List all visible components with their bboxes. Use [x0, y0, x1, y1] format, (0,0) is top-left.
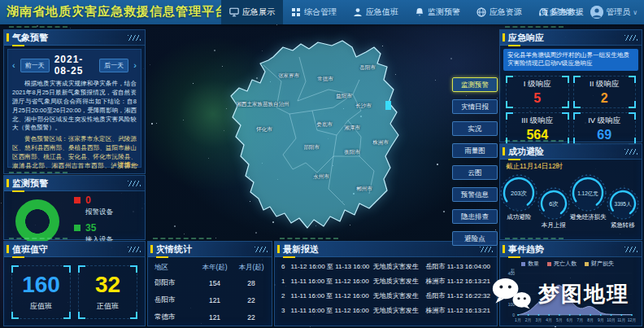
disaster-stats-panel: 灾情统计 地区本年(起)本月(起)邵阳市15428岳阳市12122常德市1212… — [147, 241, 272, 326]
report-source: 岳阳市 11-12 16:22:32 — [426, 291, 490, 300]
city-label: 岳阳市 — [359, 64, 376, 72]
main-nav: 应急展示综合管理应急值班监测预警应急资源应急救援 — [221, 0, 592, 24]
more-functions-menu[interactable]: 更多功能 ∨ — [541, 7, 581, 18]
province-map[interactable]: 张家界市常德市岳阳市湘西土家族苗族自治州益阳市长沙市怀化市娄底市湘潭市株洲市邵阳… — [185, 33, 454, 236]
legend-value: 35 — [85, 222, 96, 234]
table-cell: 121 — [192, 296, 237, 304]
legend-row: 35 — [74, 222, 113, 234]
map-layer-button[interactable]: 云图 — [452, 165, 498, 180]
prev-arrow-icon[interactable]: ‹ — [12, 61, 15, 70]
prev-day-button[interactable]: 前一天 — [20, 59, 50, 72]
report-content: 无地质灾害发生 — [373, 291, 426, 300]
report-period: 11-11 16:00 至 11-12 16:00 — [291, 291, 373, 300]
next-arrow-icon[interactable]: › — [133, 61, 137, 70]
report-index: 2 — [281, 292, 291, 300]
nav-tab-label: 综合管理 — [304, 7, 337, 18]
legend-swatch — [74, 197, 80, 203]
header-right: 更多功能 ∨ 管理员 ∨ — [541, 0, 637, 24]
svg-text:7月: 7月 — [577, 317, 583, 323]
panel-title: 事件趋势 — [500, 242, 642, 257]
response-stats: I 级响应5II 级响应2III 级响应564IV 级响应69 — [500, 74, 642, 147]
city-label: 长沙市 — [355, 103, 372, 110]
more-functions-label: 更多功能 — [541, 7, 573, 18]
weather-detail-link[interactable]: 详情>> — [118, 160, 138, 169]
response-stat-value: 5 — [533, 91, 541, 106]
svg-text:1.12亿元: 1.12亿元 — [577, 190, 598, 196]
emergency-response-panel: 应急响应 安化县羊角塘镇周沙坪村的山界一组发生地质灾害险情现已启动IV级应急响应… — [499, 29, 642, 142]
corner-decoration — [629, 76, 636, 83]
svg-text:1月: 1月 — [515, 317, 521, 323]
user-menu[interactable]: 管理员 ∨ — [590, 6, 637, 19]
map-layer-button[interactable]: 预警信息 — [452, 187, 498, 202]
gauge: 6次本月上报 — [537, 186, 571, 230]
city-label: 怀化市 — [256, 126, 272, 133]
city-label: 张家界市 — [278, 72, 299, 80]
corner-decoration — [130, 265, 137, 273]
legend-item: 数量 — [521, 260, 539, 268]
report-row: 611-12 16:00 至 11-13 16:00无地质灾害发生岳阳市 11-… — [281, 262, 490, 271]
person-icon — [353, 7, 363, 17]
map-layer-button[interactable]: 隐患排查 — [452, 209, 498, 224]
weather-bulletin: ‹ 前一天 2021-08-25 后一天 › 根据地质灾害成灾规律和孕灾条件，结… — [7, 49, 141, 168]
nav-tab-manage[interactable]: 综合管理 — [283, 0, 345, 24]
table-header-cell: 本月(起) — [237, 263, 265, 273]
svg-text:6次: 6次 — [549, 200, 559, 208]
map-layer-button[interactable]: 避险点 — [452, 231, 498, 246]
response-stat-value: 2 — [601, 91, 608, 106]
svg-text:4月: 4月 — [546, 317, 552, 323]
report-panel-title: 最新报送 — [283, 242, 319, 256]
report-content: 无地质灾害发生 — [373, 277, 426, 286]
duty-stat-value: 32 — [95, 273, 120, 298]
nav-tab-display[interactable]: 应急展示 — [221, 0, 283, 24]
svg-text:10月: 10月 — [607, 317, 616, 323]
map-layer-button[interactable]: 监测预警 — [452, 77, 498, 92]
svg-text:203次: 203次 — [511, 190, 528, 197]
map-layer-button[interactable]: 实况 — [452, 121, 498, 136]
duty-stat-label: 应值班 — [30, 301, 52, 312]
panel-title-stripes-icon — [128, 181, 141, 186]
map-layer-buttons: 监测预警灾情日报实况雨量图云图预警信息隐患排查避险点 — [452, 77, 498, 246]
panel-title-stripes-icon — [480, 247, 493, 252]
panel-title-stripes-icon — [624, 35, 637, 41]
report-source: 岳阳市 11-13 16:04:00 — [426, 262, 490, 271]
report-list: 611-12 16:00 至 11-13 16:00无地质灾害发生岳阳市 11-… — [275, 257, 497, 315]
legend-swatch — [547, 262, 551, 266]
monitor-panel-title: 监测预警 — [12, 176, 48, 190]
map-layer-button[interactable]: 雨量图 — [452, 143, 498, 158]
nav-tab-warning[interactable]: 监测预警 — [407, 0, 468, 24]
next-day-button[interactable]: 后一天 — [99, 59, 128, 72]
svg-text:11月: 11月 — [617, 317, 625, 323]
disaster-table: 地区本年(起)本月(起)邵阳市15428岳阳市12122常德市12122 — [148, 257, 272, 326]
map-layer-button[interactable]: 灾情日报 — [452, 99, 498, 114]
table-header-row: 地区本年(起)本月(起) — [154, 260, 265, 274]
report-row: 111-11 16:00 至 11-12 16:00无地质灾害发生株洲市 11-… — [281, 277, 490, 286]
panel-title: 监测预警 — [4, 176, 145, 191]
legend-item: 财产损失 — [585, 260, 614, 268]
weather-panel-title: 气象预警 — [12, 30, 48, 45]
table-cell: 岳阳市 — [154, 295, 192, 305]
nav-tab-duty[interactable]: 应急值班 — [345, 0, 407, 24]
legend-swatch — [521, 262, 525, 266]
table-cell: 邵阳市 — [154, 278, 192, 288]
gauge: 1.12亿元避免经济损失 — [571, 173, 605, 221]
response-stat-label: II 级响应 — [590, 79, 619, 90]
table-cell: 154 — [192, 279, 237, 287]
as-of-timestamp: 截止11月14日12时 — [500, 160, 642, 172]
city-label: 邵阳市 — [303, 144, 320, 151]
city-label: 株洲市 — [372, 139, 389, 147]
watermark: 梦图地理 — [490, 278, 629, 310]
table-row: 常德市12122 — [154, 308, 265, 326]
report-index: 1 — [281, 278, 291, 285]
nav-tab-resource[interactable]: 应急资源 — [468, 0, 530, 24]
panel-title-stripes-icon — [624, 247, 637, 252]
response-stat-label: IV 级响应 — [588, 116, 620, 126]
city-label: 永州市 — [313, 173, 329, 181]
duty-stat-box: 32正值班 — [78, 265, 137, 319]
table-cell: 28 — [237, 279, 265, 287]
svg-text:8月: 8月 — [587, 317, 594, 323]
dashboard: 湖南省地质灾害应急救援信息管理平台 应急展示综合管理应急值班监测预警应急资源应急… — [0, 0, 644, 328]
panel-title-stripes-icon — [128, 247, 141, 252]
device-donut-chart — [15, 199, 59, 243]
report-period: 11-12 16:00 至 11-13 16:00 — [291, 262, 373, 271]
report-index: 3 — [281, 307, 291, 314]
